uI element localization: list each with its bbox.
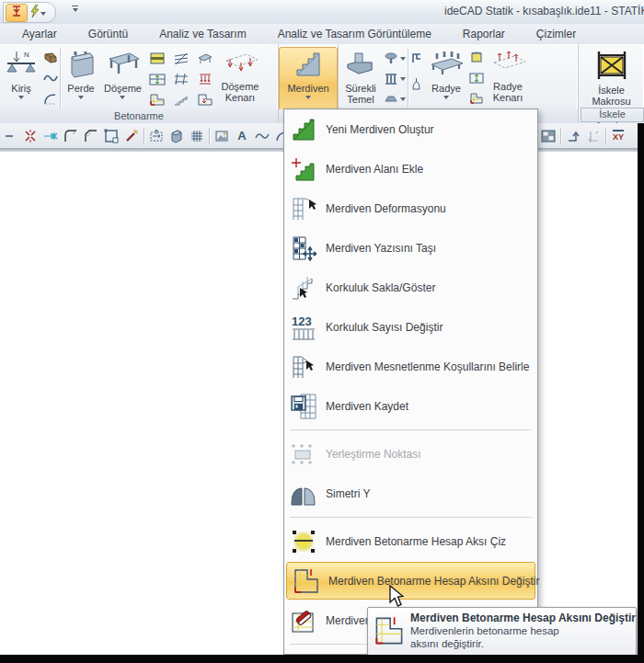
surekli-temel-button[interactable]: Sürekli Temel: [339, 48, 382, 110]
raft-highlight-button[interactable]: [469, 49, 484, 67]
menu-item-merdiven-alani-ekle[interactable]: Merdiven Alanı Ekle: [284, 149, 537, 189]
perde-label: Perde: [67, 83, 94, 94]
extend-tool-button[interactable]: [40, 126, 61, 146]
break-tool-button[interactable]: [20, 126, 40, 146]
tab-goruntu[interactable]: Görüntü: [79, 26, 137, 42]
viewport-layout-button[interactable]: [538, 126, 558, 146]
radye-label: Radye: [431, 83, 461, 94]
customize-quick-access-button[interactable]: [72, 6, 78, 12]
pile-button[interactable]: [410, 74, 423, 93]
spline-tool-button[interactable]: [252, 126, 272, 146]
beam-tool-quick-button[interactable]: [6, 4, 28, 22]
slab-hatch-button[interactable]: [169, 49, 193, 69]
slab-3d-button[interactable]: [193, 49, 217, 69]
title-bar: ideCAD Statik - kısabaşlık.ide11 - STATİ…: [0, 0, 644, 25]
surekli-temel-label-line1: Sürekli: [345, 83, 376, 94]
menu-item-label: Korkuluk Sakla/Göster: [326, 281, 435, 294]
doseme-label: Döşeme: [104, 83, 142, 94]
lightning-tool-quick-button[interactable]: [28, 5, 48, 21]
fillet-tool-button[interactable]: [61, 126, 81, 146]
menu-item-merdiven-kaydet[interactable]: Merdiven Kaydet: [284, 386, 537, 426]
doseme-kenari-label-line2: Kenarı: [225, 92, 255, 103]
menu-item-simetri-y[interactable]: Simetri Y: [284, 474, 537, 513]
tab-analiz-ve-tasarim[interactable]: Analiz ve Tasarım: [150, 26, 255, 42]
iskele-makrosu-label-line1: İskele: [598, 85, 625, 96]
corner-beam-button[interactable]: [43, 49, 58, 67]
slab-span-button[interactable]: [145, 69, 169, 89]
corner-foundation-button[interactable]: [410, 49, 423, 67]
ucs-axes-button[interactable]: [583, 126, 604, 146]
magic-wand-tool-button[interactable]: [121, 126, 142, 146]
arc-beam-button[interactable]: [43, 89, 58, 108]
divider: [605, 128, 606, 144]
grid-tool-button[interactable]: [187, 126, 207, 146]
group-label-iskele-ayarlari[interactable]: İskele Ayarları: [581, 108, 644, 122]
doseme-kenari-button[interactable]: Döşeme Kenarı: [218, 48, 262, 110]
menu-item-hesap-aksi-ciz[interactable]: Merdiven Betonarme Hesap Aksı Çiz: [284, 521, 537, 561]
divider: [60, 49, 61, 109]
surekli-temel-label-line2-wrap: Temel: [347, 94, 374, 105]
stairs-icon: [293, 50, 323, 83]
column-group-button[interactable]: [384, 69, 406, 87]
chamfer-tool-button[interactable]: [81, 126, 101, 146]
tab-raporlar[interactable]: Raporlar: [454, 26, 514, 42]
merdiven-button[interactable]: Merdiven: [279, 47, 338, 111]
menu-item-label: Merdiven Kaydet: [326, 400, 408, 413]
single-footing-button[interactable]: [384, 49, 406, 67]
iskele-makrosu-button[interactable]: İskele Makrosu: [589, 48, 633, 110]
tab-ayarlar[interactable]: Ayarlar: [13, 26, 66, 42]
box-3d-tool-button[interactable]: [167, 126, 187, 146]
menu-item-korkuluk-sakla-goster[interactable]: Korkuluk Sakla/Göster: [284, 268, 537, 307]
menu-item-yeni-merdiven-olustur[interactable]: Yeni Merdiven Oluştur: [284, 109, 537, 149]
foundation-mini-buttons: [383, 47, 407, 109]
menu-separator: [290, 429, 532, 430]
perde-button[interactable]: Perde: [63, 48, 99, 110]
ribbon-group-iskele: İskele Makrosu İskele Ayarları: [579, 44, 644, 123]
save-stairs-icon: [289, 392, 318, 421]
slab-highlight-button[interactable]: [145, 49, 169, 69]
ribbon-tab-bar: Ayarlar Görüntü Analiz ve Tasarım Analiz…: [0, 24, 644, 45]
tab-cizimler[interactable]: Çizimler: [527, 26, 585, 42]
xy-glyph: XY: [613, 130, 624, 142]
radye-kenari-button[interactable]: Radye Kenarı: [486, 48, 530, 110]
clipped-tool-button[interactable]: [0, 126, 20, 146]
divider: [144, 128, 144, 144]
menu-item-hesap-aksini-degistir[interactable]: Merdiven Betonarme Hesap Aksını Değiştir: [286, 562, 535, 600]
menu-item-merdiven-deformasyonu[interactable]: Merdiven Deformasyonu: [284, 189, 537, 228]
svg-text:123: 123: [292, 314, 312, 328]
slab-edge-axis-button[interactable]: [193, 89, 217, 109]
move-stairs-text-icon: [289, 234, 318, 263]
stair-section-button[interactable]: [169, 89, 193, 109]
menu-item-label: Merdiven Deformasyonu: [326, 202, 446, 215]
railing-toggle-icon: [289, 273, 318, 303]
image-tool-button[interactable]: [212, 126, 232, 146]
slab-axis-button[interactable]: [145, 89, 169, 109]
rect-select-tool-button[interactable]: [101, 126, 121, 146]
pad-footing-button[interactable]: [384, 89, 406, 108]
raft-axis-button[interactable]: [469, 89, 484, 108]
dropdown-arrow-icon: [120, 96, 125, 99]
slab-grid-button[interactable]: [169, 69, 193, 89]
slab-load-button[interactable]: [193, 69, 217, 89]
xy-coordinates-button[interactable]: XY: [608, 126, 628, 146]
svg-text:N: N: [24, 51, 29, 59]
toolbar-right-cluster: XY: [538, 123, 628, 148]
text-tool-button[interactable]: A: [232, 126, 252, 146]
menu-item-merdiven-mesnetlenme[interactable]: Merdiven Mesnetlenme Koşullarını Belirle: [284, 347, 537, 386]
move-tool-button[interactable]: [146, 126, 167, 146]
radye-button[interactable]: Radye: [425, 48, 467, 110]
doseme-button[interactable]: Döşeme: [101, 48, 144, 110]
quick-access-toolbar: [3, 2, 56, 23]
polyline-direction-button[interactable]: [563, 126, 583, 146]
slab-icon: [104, 50, 141, 83]
kiris-label: Kiriş: [11, 83, 30, 94]
kiris-button[interactable]: N Kiriş: [1, 48, 41, 110]
menu-item-label: Merdiven Mesnetlenme Koşullarını Belirle: [326, 360, 529, 373]
radye-kenari-label-line2: Kenarı: [493, 92, 523, 103]
menu-item-merdiven-yazisini-tasi[interactable]: Merdiven Yazısını Taşı: [284, 228, 537, 268]
raft-span-button[interactable]: [469, 69, 484, 87]
polyline-beam-button[interactable]: [43, 69, 58, 87]
menu-item-label: Merdiven Alanı Ekle: [326, 163, 423, 176]
tab-analiz-ve-tasarim-goruntuleme[interactable]: Analiz ve Tasarım Görüntüleme: [269, 26, 441, 42]
menu-item-korkuluk-sayisi-degistir[interactable]: 123 Korkuluk Sayısı Değiştir: [284, 307, 537, 347]
